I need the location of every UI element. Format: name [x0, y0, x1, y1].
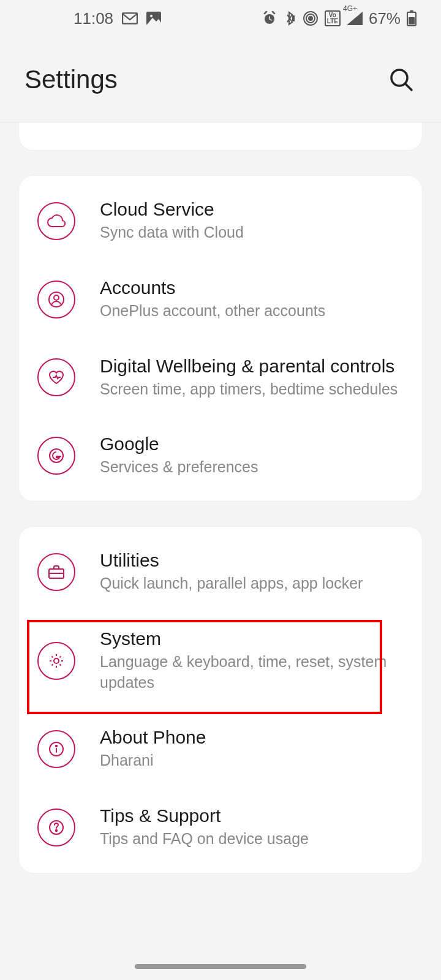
row-title: Tips & Support — [100, 805, 404, 826]
gear-icon — [37, 642, 75, 680]
row-title: Accounts — [100, 277, 404, 298]
svg-rect-0 — [123, 13, 137, 23]
row-subtitle: Screen time, app timers, bedtime schedul… — [100, 379, 404, 400]
row-google[interactable]: Google Services & preferences — [19, 417, 422, 495]
row-system[interactable]: System Language & keyboard, time, reset,… — [19, 611, 422, 710]
row-subtitle: Services & preferences — [100, 457, 404, 478]
gmail-icon — [122, 12, 138, 24]
heart-icon — [37, 358, 75, 396]
battery-pct: 67% — [369, 9, 401, 28]
svg-point-20 — [56, 745, 57, 747]
signal-icon: 4G+ — [347, 12, 363, 25]
status-left: 11:08 — [74, 9, 161, 28]
status-time: 11:08 — [74, 9, 113, 28]
svg-line-12 — [405, 84, 412, 90]
svg-point-17 — [54, 658, 59, 663]
header: Settings — [0, 37, 441, 123]
row-subtitle: Quick launch, parallel apps, app locker — [100, 573, 404, 594]
row-subtitle: Dharani — [100, 750, 404, 771]
cloud-icon — [37, 202, 75, 240]
row-subtitle: Language & keyboard, time, reset, system… — [100, 652, 404, 693]
svg-point-2 — [150, 15, 153, 17]
row-subtitle: OnePlus account, other accounts — [100, 301, 404, 322]
status-bar: 11:08 VoLTE 4G+ 67% — [0, 0, 441, 37]
hotspot-icon — [303, 10, 318, 26]
search-button[interactable] — [386, 64, 417, 95]
svg-point-22 — [56, 830, 57, 831]
row-subtitle: Sync data with Cloud — [100, 222, 404, 243]
photo-icon — [146, 12, 161, 25]
row-title: Cloud Service — [100, 199, 404, 220]
search-icon — [388, 67, 414, 92]
google-icon — [37, 437, 75, 475]
row-title: Google — [100, 434, 404, 454]
row-subtitle: Tips and FAQ on device usage — [100, 829, 404, 850]
row-tips-support[interactable]: Tips & Support Tips and FAQ on device us… — [19, 788, 422, 867]
svg-rect-4 — [292, 15, 295, 21]
row-digital-wellbeing[interactable]: Digital Wellbeing & parental controls Sc… — [19, 339, 422, 417]
info-icon — [37, 730, 75, 768]
question-icon — [37, 809, 75, 846]
row-title: Utilities — [100, 550, 404, 571]
row-title: System — [100, 628, 404, 649]
row-utilities[interactable]: Utilities Quick launch, parallel apps, a… — [19, 533, 422, 611]
nav-handle[interactable] — [135, 964, 306, 969]
page-title: Settings — [24, 65, 118, 94]
status-right: VoLTE 4G+ 67% — [262, 9, 417, 28]
row-title: Digital Wellbeing & parental controls — [100, 356, 404, 377]
battery-icon — [407, 10, 417, 26]
svg-rect-10 — [409, 17, 415, 24]
previous-group-card — [18, 123, 423, 151]
row-about-phone[interactable]: About Phone Dharani — [19, 710, 422, 788]
user-icon — [37, 281, 75, 318]
briefcase-icon — [37, 553, 75, 591]
row-title: About Phone — [100, 727, 404, 748]
row-cloud-service[interactable]: Cloud Service Sync data with Cloud — [19, 182, 422, 260]
svg-point-5 — [309, 17, 312, 20]
alarm-icon — [262, 11, 277, 26]
settings-group-accounts: Cloud Service Sync data with Cloud Accou… — [18, 175, 423, 502]
bluetooth-icon — [283, 10, 296, 26]
volte-icon: VoLTE — [325, 10, 341, 26]
svg-point-14 — [54, 295, 59, 300]
settings-group-system: Utilities Quick launch, parallel apps, a… — [18, 526, 423, 873]
row-accounts[interactable]: Accounts OnePlus account, other accounts — [19, 260, 422, 339]
